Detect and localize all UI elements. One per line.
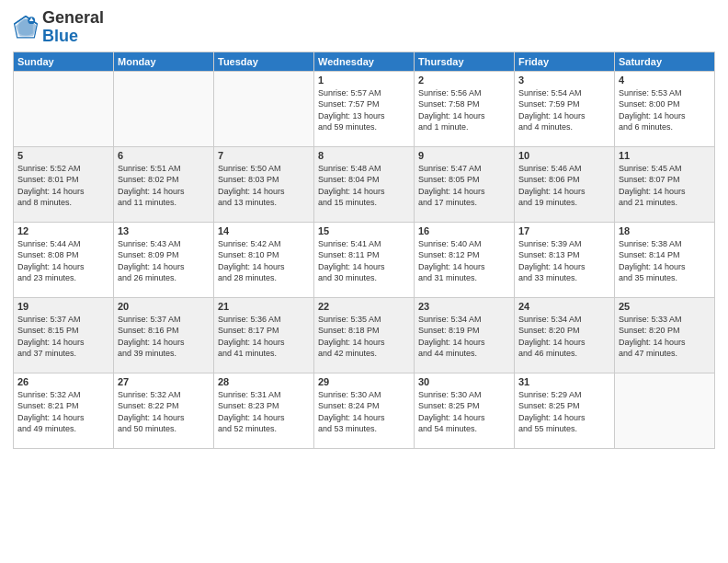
day-info: Sunrise: 5:50 AMSunset: 8:03 PMDaylight:… bbox=[218, 163, 310, 209]
table-row: 8Sunrise: 5:48 AMSunset: 8:04 PMDaylight… bbox=[314, 146, 415, 222]
table-row: 29Sunrise: 5:30 AMSunset: 8:24 PMDayligh… bbox=[314, 373, 415, 448]
table-row bbox=[114, 71, 214, 146]
table-row: 26Sunrise: 5:32 AMSunset: 8:21 PMDayligh… bbox=[14, 373, 114, 448]
day-info: Sunrise: 5:33 AMSunset: 8:20 PMDaylight:… bbox=[619, 314, 711, 360]
table-row: 18Sunrise: 5:38 AMSunset: 8:14 PMDayligh… bbox=[615, 222, 715, 297]
table-row: 11Sunrise: 5:45 AMSunset: 8:07 PMDayligh… bbox=[615, 146, 715, 222]
day-info: Sunrise: 5:39 AMSunset: 8:13 PMDaylight:… bbox=[518, 238, 610, 284]
day-number: 12 bbox=[17, 225, 109, 236]
day-number: 6 bbox=[118, 150, 210, 161]
day-number: 1 bbox=[318, 75, 410, 86]
day-number: 30 bbox=[418, 376, 510, 387]
day-number: 27 bbox=[118, 376, 210, 387]
table-row: 10Sunrise: 5:46 AMSunset: 8:06 PMDayligh… bbox=[515, 146, 615, 222]
day-number: 26 bbox=[17, 376, 109, 387]
col-tuesday: Tuesday bbox=[214, 52, 314, 71]
day-number: 23 bbox=[418, 301, 510, 312]
day-info: Sunrise: 5:45 AMSunset: 8:07 PMDaylight:… bbox=[619, 163, 711, 209]
table-row bbox=[14, 71, 114, 146]
table-row: 27Sunrise: 5:32 AMSunset: 8:22 PMDayligh… bbox=[114, 373, 214, 448]
table-row: 21Sunrise: 5:36 AMSunset: 8:17 PMDayligh… bbox=[214, 297, 314, 373]
table-row: 2Sunrise: 5:56 AMSunset: 7:58 PMDaylight… bbox=[415, 71, 515, 146]
day-number: 8 bbox=[318, 150, 410, 161]
day-info: Sunrise: 5:37 AMSunset: 8:16 PMDaylight:… bbox=[118, 314, 210, 360]
col-monday: Monday bbox=[114, 52, 214, 71]
day-info: Sunrise: 5:30 AMSunset: 8:24 PMDaylight:… bbox=[318, 389, 410, 435]
calendar-week-row: 12Sunrise: 5:44 AMSunset: 8:08 PMDayligh… bbox=[14, 222, 715, 297]
day-info: Sunrise: 5:51 AMSunset: 8:02 PMDaylight:… bbox=[118, 163, 210, 209]
col-sunday: Sunday bbox=[14, 52, 114, 71]
calendar-header-row: Sunday Monday Tuesday Wednesday Thursday… bbox=[14, 52, 715, 71]
day-number: 29 bbox=[318, 376, 410, 387]
day-info: Sunrise: 5:46 AMSunset: 8:06 PMDaylight:… bbox=[518, 163, 610, 209]
day-number: 2 bbox=[418, 75, 510, 86]
day-info: Sunrise: 5:32 AMSunset: 8:21 PMDaylight:… bbox=[17, 389, 109, 435]
calendar-week-row: 5Sunrise: 5:52 AMSunset: 8:01 PMDaylight… bbox=[14, 146, 715, 222]
table-row: 4Sunrise: 5:53 AMSunset: 8:00 PMDaylight… bbox=[615, 71, 715, 146]
table-row: 23Sunrise: 5:34 AMSunset: 8:19 PMDayligh… bbox=[415, 297, 515, 373]
day-number: 5 bbox=[17, 150, 109, 161]
day-number: 14 bbox=[218, 225, 310, 236]
table-row: 17Sunrise: 5:39 AMSunset: 8:13 PMDayligh… bbox=[515, 222, 615, 297]
table-row: 14Sunrise: 5:42 AMSunset: 8:10 PMDayligh… bbox=[214, 222, 314, 297]
day-number: 16 bbox=[418, 225, 510, 236]
day-info: Sunrise: 5:52 AMSunset: 8:01 PMDaylight:… bbox=[17, 163, 109, 209]
day-info: Sunrise: 5:53 AMSunset: 8:00 PMDaylight:… bbox=[619, 87, 711, 133]
day-info: Sunrise: 5:29 AMSunset: 8:25 PMDaylight:… bbox=[518, 389, 610, 435]
table-row: 1Sunrise: 5:57 AMSunset: 7:57 PMDaylight… bbox=[314, 71, 415, 146]
table-row: 9Sunrise: 5:47 AMSunset: 8:05 PMDaylight… bbox=[415, 146, 515, 222]
col-saturday: Saturday bbox=[615, 52, 715, 71]
day-number: 22 bbox=[318, 301, 410, 312]
table-row: 13Sunrise: 5:43 AMSunset: 8:09 PMDayligh… bbox=[114, 222, 214, 297]
table-row: 30Sunrise: 5:30 AMSunset: 8:25 PMDayligh… bbox=[415, 373, 515, 448]
day-number: 25 bbox=[619, 301, 711, 312]
day-number: 17 bbox=[518, 225, 610, 236]
day-number: 31 bbox=[518, 376, 610, 387]
table-row: 16Sunrise: 5:40 AMSunset: 8:12 PMDayligh… bbox=[415, 222, 515, 297]
day-info: Sunrise: 5:48 AMSunset: 8:04 PMDaylight:… bbox=[318, 163, 410, 209]
day-info: Sunrise: 5:37 AMSunset: 8:15 PMDaylight:… bbox=[17, 314, 109, 360]
table-row: 22Sunrise: 5:35 AMSunset: 8:18 PMDayligh… bbox=[314, 297, 415, 373]
day-number: 7 bbox=[218, 150, 310, 161]
day-info: Sunrise: 5:54 AMSunset: 7:59 PMDaylight:… bbox=[518, 87, 610, 133]
day-number: 20 bbox=[118, 301, 210, 312]
day-info: Sunrise: 5:34 AMSunset: 8:20 PMDaylight:… bbox=[518, 314, 610, 360]
table-row: 6Sunrise: 5:51 AMSunset: 8:02 PMDaylight… bbox=[114, 146, 214, 222]
day-number: 21 bbox=[218, 301, 310, 312]
table-row: 24Sunrise: 5:34 AMSunset: 8:20 PMDayligh… bbox=[515, 297, 615, 373]
table-row bbox=[214, 71, 314, 146]
day-info: Sunrise: 5:35 AMSunset: 8:18 PMDaylight:… bbox=[318, 314, 410, 360]
col-friday: Friday bbox=[515, 52, 615, 71]
day-number: 28 bbox=[218, 376, 310, 387]
day-number: 18 bbox=[619, 225, 711, 236]
day-info: Sunrise: 5:41 AMSunset: 8:11 PMDaylight:… bbox=[318, 238, 410, 284]
header: General Blue bbox=[13, 9, 715, 46]
table-row: 31Sunrise: 5:29 AMSunset: 8:25 PMDayligh… bbox=[515, 373, 615, 448]
day-number: 24 bbox=[518, 301, 610, 312]
logo-blue: Blue bbox=[42, 28, 104, 46]
col-wednesday: Wednesday bbox=[314, 52, 415, 71]
logo: General Blue bbox=[13, 9, 104, 46]
day-number: 11 bbox=[619, 150, 711, 161]
table-row: 12Sunrise: 5:44 AMSunset: 8:08 PMDayligh… bbox=[14, 222, 114, 297]
day-info: Sunrise: 5:36 AMSunset: 8:17 PMDaylight:… bbox=[218, 314, 310, 360]
table-row: 28Sunrise: 5:31 AMSunset: 8:23 PMDayligh… bbox=[214, 373, 314, 448]
day-info: Sunrise: 5:42 AMSunset: 8:10 PMDaylight:… bbox=[218, 238, 310, 284]
logo-icon bbox=[13, 15, 39, 40]
calendar-week-row: 1Sunrise: 5:57 AMSunset: 7:57 PMDaylight… bbox=[14, 71, 715, 146]
table-row: 20Sunrise: 5:37 AMSunset: 8:16 PMDayligh… bbox=[114, 297, 214, 373]
day-info: Sunrise: 5:31 AMSunset: 8:23 PMDaylight:… bbox=[218, 389, 310, 435]
page: General Blue Sunday Monday Tuesday Wedne… bbox=[0, 0, 728, 563]
day-info: Sunrise: 5:43 AMSunset: 8:09 PMDaylight:… bbox=[118, 238, 210, 284]
day-info: Sunrise: 5:56 AMSunset: 7:58 PMDaylight:… bbox=[418, 87, 510, 133]
day-info: Sunrise: 5:40 AMSunset: 8:12 PMDaylight:… bbox=[418, 238, 510, 284]
calendar-week-row: 26Sunrise: 5:32 AMSunset: 8:21 PMDayligh… bbox=[14, 373, 715, 448]
table-row bbox=[615, 373, 715, 448]
logo-text: General Blue bbox=[42, 9, 104, 46]
table-row: 19Sunrise: 5:37 AMSunset: 8:15 PMDayligh… bbox=[14, 297, 114, 373]
table-row: 15Sunrise: 5:41 AMSunset: 8:11 PMDayligh… bbox=[314, 222, 415, 297]
table-row: 3Sunrise: 5:54 AMSunset: 7:59 PMDaylight… bbox=[515, 71, 615, 146]
logo-general: General bbox=[42, 9, 104, 28]
day-number: 13 bbox=[118, 225, 210, 236]
day-number: 3 bbox=[518, 75, 610, 86]
